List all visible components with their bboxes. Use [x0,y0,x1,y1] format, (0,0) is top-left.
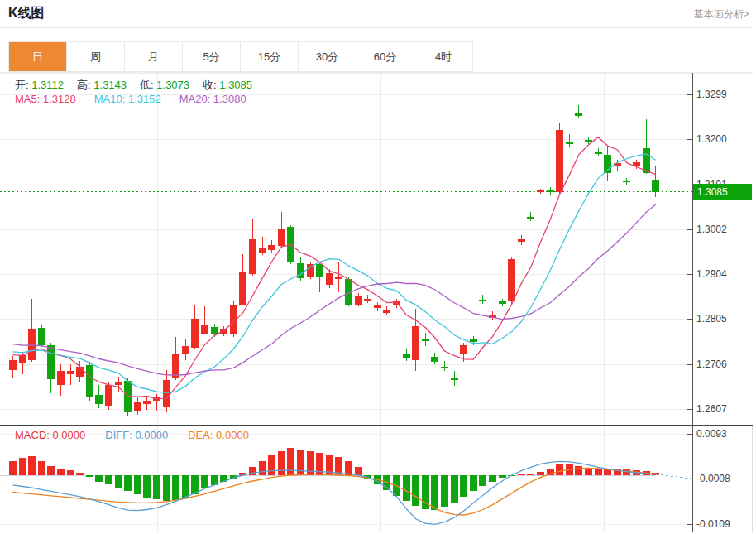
macd-hist-bar-up [47,466,55,475]
macd-hist-bar-up [585,468,592,475]
price-axis-label: 1.3002 [696,224,727,235]
macd-hist-bar-up [604,469,611,475]
ohlc-2: 低: 1.3073 [140,79,203,91]
candle-body-up [364,299,371,301]
ohlc-3: 收: 1.3085 [203,79,266,91]
macd-0: MACD: 0.0000 [15,429,85,441]
candle-body-up [9,360,17,370]
macd-hist-bar-down [172,475,179,500]
macd-hist-bar-down [412,475,419,506]
ma-0-value: 1.3128 [40,93,75,105]
ohlc-legend: 开: 1.3112高: 1.3143低: 1.3073收: 1.3085 [15,78,266,93]
candle-body-down [575,113,582,116]
macd-hist-bar-down [201,475,208,488]
macd-hist-bar-up [76,473,84,475]
candle-body-down [95,395,103,404]
price-axis-label: 1.3299 [696,89,727,100]
macd-2-value: 0.0000 [213,429,248,441]
macd-hist-bar-down [153,475,160,499]
candle-body-up [191,319,199,348]
candle-body-down [547,190,554,192]
macd-axis-label: -0.0008 [696,473,730,484]
candle-body-down [47,345,55,379]
macd-1: DIFF: 0.0000 [105,429,168,441]
candle-body-up [268,245,275,249]
candle-body-up [28,329,36,360]
macd-hist-bar-down [451,475,458,503]
candle-body-down [431,357,438,362]
macd-hist-bar-up [287,448,294,475]
candle-body-down [422,339,429,341]
candle-body-down [623,181,630,182]
macd-hist-bar-down [460,475,467,497]
candle-body-up [163,380,170,407]
macd-hist-bar-down [86,475,93,477]
candle-body-down [566,142,573,144]
price-axis-label: 1.2607 [696,403,727,415]
candle-body-up [374,305,381,307]
candle-body-up [182,346,189,354]
macd-hist-bar-down [441,475,448,507]
candle-body-up [76,367,84,377]
ma-legend: MA5: 1.3128MA10: 1.3152MA20: 1.3080 [15,93,265,105]
candle-body-up [460,345,467,355]
macd-hist-bar-up [595,469,602,475]
ma-1-label: MA10: [94,93,126,105]
macd-0-label: MACD: [15,429,50,441]
ohlc-2-label: 低: [140,79,154,91]
macd-hist-bar-down [479,475,486,486]
candle-body-down [479,300,486,301]
macd-hist-bar-up [268,455,275,475]
macd-2-label: DEA: [188,429,213,441]
ohlc-0-value: 1.3112 [29,79,64,91]
macd-hist-bar-down [470,475,477,491]
candle-body-down [527,217,534,219]
candle-body-up [134,402,141,411]
candle-body-up [278,229,285,246]
candle-body-up [259,248,266,253]
ohlc-1-label: 高: [77,79,91,91]
ohlc-2-value: 1.3073 [154,79,189,91]
candle-body-down [470,339,477,342]
macd-axis-label: 0.0093 [696,428,727,440]
macd-hist-bar-up [575,466,582,475]
macd-hist-bar-down [95,475,103,482]
candle-body-up [249,239,256,275]
candle-body-up [201,325,208,334]
macd-hist-bar-down [489,475,496,482]
ohlc-3-label: 收: [203,79,217,91]
candle-body-up [19,355,26,363]
candle-body-down [441,367,448,368]
ma-1-value: 1.3152 [125,93,160,105]
macd-hist-bar-down [182,475,189,498]
macd-hist-bar-down [115,475,122,488]
macd-hist-bar-up [345,461,352,475]
candle-body-up [326,273,333,285]
candle-body-up [537,190,544,192]
candle-body-up [115,382,122,385]
candle-body-up [239,272,246,305]
macd-0-value: 0.0000 [50,429,85,441]
macd-hist-bar-up [67,470,74,475]
candle-body-down [403,354,410,358]
macd-hist-bar-up [28,456,36,475]
candle-body-down [451,378,458,380]
candle-body-down [38,328,45,345]
candle-body-down [585,140,592,142]
candle-body-down [652,180,659,192]
macd-hist-bar-up [9,461,17,475]
candle-body-up [383,310,390,313]
macd-hist-bar-down [105,475,112,484]
candle-body-up [143,401,151,404]
macd-hist-bar-up [57,469,65,475]
ohlc-1: 高: 1.3143 [77,79,140,91]
ma-2: MA20: 1.3080 [179,93,246,105]
macd-legend: MACD: 0.0000DIFF: 0.0000DEA: 0.0000 [15,429,269,441]
ohlc-1-value: 1.3143 [91,79,127,91]
macd-hist-bar-down [403,475,410,501]
macd-hist-bar-down [163,475,170,501]
candle-body-down [297,263,304,279]
macd-1-label: DIFF: [105,429,132,441]
ma-0: MA5: 1.3128 [15,93,76,105]
candle-body-down [499,301,506,304]
